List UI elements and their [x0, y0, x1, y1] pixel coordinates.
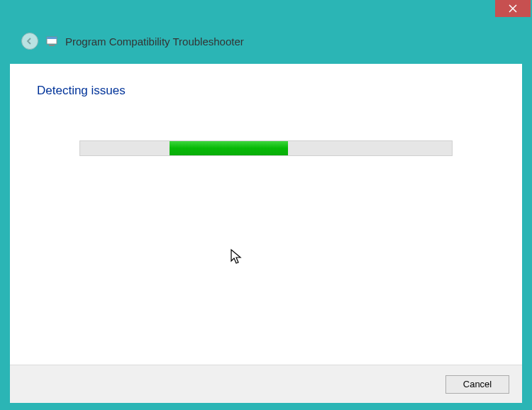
- close-icon: [509, 4, 517, 13]
- window-frame: Program Compatibility Troubleshooter Det…: [0, 0, 532, 410]
- progress-bar: [79, 140, 453, 156]
- dialog-footer: Cancel: [10, 365, 522, 403]
- close-button[interactable]: [495, 0, 531, 17]
- progress-container: [79, 140, 453, 156]
- content-body: Detecting issues: [10, 64, 522, 365]
- page-heading: Detecting issues: [37, 84, 495, 98]
- svg-rect-1: [47, 37, 57, 39]
- back-button: [21, 33, 38, 50]
- troubleshooter-icon: [45, 35, 58, 48]
- wizard-header: Program Compatibility Troubleshooter: [0, 21, 532, 64]
- titlebar: [0, 0, 532, 21]
- svg-rect-2: [49, 45, 55, 46]
- progress-fill: [170, 141, 289, 155]
- content-panel: Detecting issues Cancel: [10, 64, 522, 403]
- back-arrow-icon: [26, 37, 34, 45]
- wizard-title: Program Compatibility Troubleshooter: [65, 35, 244, 48]
- cancel-button[interactable]: Cancel: [445, 375, 509, 394]
